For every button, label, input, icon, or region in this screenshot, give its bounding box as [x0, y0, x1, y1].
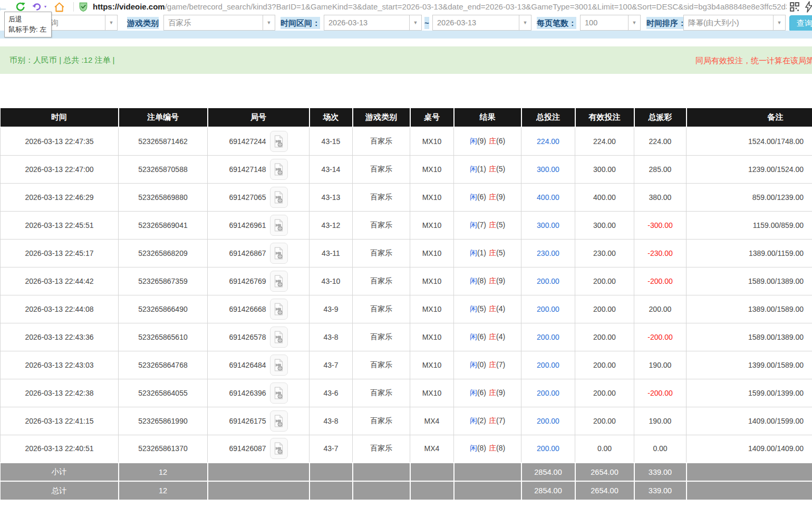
- total-bet-link[interactable]: 200.00: [537, 389, 559, 397]
- video-replay-button[interactable]: [270, 215, 288, 236]
- cell-payout: -230.00: [634, 239, 687, 267]
- banker-points: (7): [496, 360, 505, 369]
- video-replay-button[interactable]: [270, 355, 288, 376]
- cell-game-type: 百家乐: [353, 267, 410, 295]
- cell-game-type: 百家乐: [353, 239, 410, 267]
- total-bet-link[interactable]: 300.00: [537, 221, 559, 229]
- video-file-icon: [273, 358, 284, 372]
- total-bet-link[interactable]: 200.00: [537, 333, 559, 341]
- date-end-select[interactable]: 2026-03-13 ▼: [432, 15, 531, 31]
- round-number: 691426867: [229, 249, 266, 257]
- total-bet-link[interactable]: 230.00: [537, 249, 559, 257]
- date-start-select[interactable]: 2026-03-13 ▼: [324, 15, 422, 31]
- cell-time: 2026-03-13 22:42:38: [1, 379, 119, 407]
- cell-remark: 1389.00/1589.00: [687, 295, 812, 323]
- address-bar[interactable]: https://videoie.com/game/betrecord_searc…: [93, 2, 787, 12]
- cell-bet-id: 523265861990: [119, 407, 208, 435]
- banker-points: (7): [496, 416, 505, 425]
- video-replay-button[interactable]: [270, 327, 288, 348]
- shield-safe-icon[interactable]: [78, 2, 89, 12]
- qr-code-icon[interactable]: [790, 2, 799, 12]
- total-bet-link[interactable]: 200.00: [537, 305, 559, 313]
- total-bet-link[interactable]: 300.00: [537, 165, 559, 174]
- cell-table-no: MX10: [410, 323, 454, 351]
- refresh-icon[interactable]: [14, 1, 27, 13]
- chevron-down-icon: ▼: [519, 15, 531, 30]
- video-file-icon: [273, 246, 284, 260]
- game-type-select[interactable]: 百家乐 ▼: [163, 15, 275, 31]
- cell-session: 43-6: [310, 379, 353, 407]
- cell-payout: 380.00: [634, 183, 687, 211]
- total-bet-link[interactable]: 400.00: [537, 193, 559, 202]
- video-replay-button[interactable]: [270, 187, 288, 208]
- player-result-label: 闲: [470, 137, 477, 145]
- round-number: 691427065: [229, 193, 266, 202]
- cell-total-bet: 200.00: [521, 267, 575, 295]
- cell-round: 691427244: [208, 127, 310, 155]
- col-header-game-type: 游戏类别: [353, 108, 410, 127]
- player-points: (2): [477, 416, 486, 425]
- cell-table-no: MX10: [410, 379, 454, 407]
- filter-bar: 日期查询 ▼ 游戏类别 百家乐 ▼ 时间区间： 2026-03-13 ▼ ~ 2…: [0, 14, 812, 31]
- cell-valid-bet: 200.00: [575, 323, 634, 351]
- cell-bet-id: 523265861370: [119, 435, 208, 463]
- banker-points: (6): [496, 137, 505, 145]
- video-replay-button[interactable]: [270, 131, 288, 152]
- player-result-label: 闲: [470, 360, 477, 369]
- lightning-icon[interactable]: [805, 1, 812, 13]
- cell-time: 2026-03-13 22:45:51: [1, 211, 119, 239]
- sort-select[interactable]: 降幂(由大到小) ▼: [683, 15, 786, 31]
- table-row: 2026-03-13 22:43:03 523265864768 6914264…: [1, 351, 812, 379]
- banker-result-label: 庄: [489, 332, 496, 341]
- cell-payout: 285.00: [634, 155, 687, 183]
- cell-result: 闲(6)庄(9): [454, 183, 521, 211]
- cell-total-bet: 400.00: [521, 183, 575, 211]
- cell-remark: 1399.00/1589.00: [687, 351, 812, 379]
- undo-icon[interactable]: [31, 1, 43, 13]
- grand-total-empty-cell: [687, 481, 812, 500]
- cell-valid-bet: 200.00: [575, 407, 634, 435]
- undo-dropdown-caret[interactable]: ▾: [44, 4, 46, 9]
- back-icon[interactable]: ←: [0, 1, 8, 13]
- total-bet-link[interactable]: 200.00: [537, 444, 559, 453]
- cell-remark: 1589.00/1389.00: [687, 323, 812, 351]
- video-replay-button[interactable]: [270, 271, 288, 292]
- home-icon[interactable]: [53, 1, 65, 13]
- video-replay-button[interactable]: [270, 410, 288, 432]
- cell-game-type: 百家乐: [353, 211, 410, 239]
- total-bet-link[interactable]: 200.00: [537, 417, 559, 425]
- cell-total-bet: 300.00: [521, 211, 575, 239]
- cell-valid-bet: 200.00: [575, 379, 634, 407]
- chevron-down-icon: ▼: [263, 15, 275, 30]
- video-replay-button[interactable]: [270, 299, 288, 320]
- page-size-label: 每页笔数：: [537, 17, 576, 29]
- cell-time: 2026-03-13 22:47:00: [1, 155, 119, 183]
- video-replay-button[interactable]: [270, 243, 288, 264]
- search-button[interactable]: 查询: [789, 15, 812, 32]
- cell-game-type: 百家乐: [353, 435, 410, 463]
- round-number: 691426578: [229, 333, 266, 341]
- cell-round: 691426961: [208, 211, 310, 239]
- cell-result: 闲(8)庄(8): [454, 435, 521, 463]
- qr-icon-glyph: [790, 2, 799, 12]
- cell-round: 691426867: [208, 239, 310, 267]
- cell-time: 2026-03-13 22:43:03: [1, 351, 119, 379]
- video-replay-button[interactable]: [270, 159, 288, 180]
- cell-payout: 0.00: [634, 435, 687, 463]
- total-bet-link[interactable]: 224.00: [537, 137, 559, 146]
- gesture-tooltip: 后退 鼠标手势: 左: [4, 12, 52, 37]
- cell-bet-id: 523265869041: [119, 211, 208, 239]
- col-header-table-no: 桌号: [410, 108, 454, 127]
- video-replay-button[interactable]: [270, 438, 288, 459]
- banker-result-label: 庄: [489, 360, 496, 369]
- total-bet-link[interactable]: 200.00: [537, 277, 559, 285]
- banker-points: (4): [496, 304, 505, 313]
- video-replay-button[interactable]: [270, 382, 288, 404]
- table-footer: 小计 12 2854.00 2654.00 339.00 总计 12 2854.…: [1, 463, 812, 500]
- total-bet-link[interactable]: 200.00: [537, 361, 559, 369]
- cell-table-no: MX10: [410, 351, 454, 379]
- cell-result: 闲(2)庄(7): [454, 407, 521, 435]
- cell-table-no: MX4: [410, 407, 454, 435]
- subtotal-label: 小计: [1, 463, 119, 481]
- page-size-select[interactable]: 100 ▼: [580, 15, 641, 31]
